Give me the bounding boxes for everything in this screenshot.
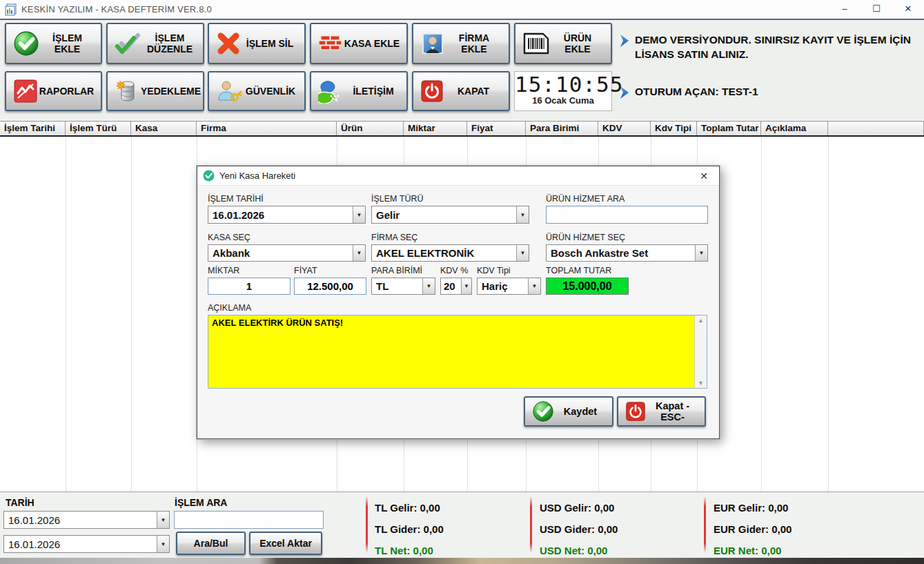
col-fiyat[interactable]: Fiyat xyxy=(467,121,526,135)
firma-sec-select[interactable]: AKEL ELEKTRONİK ▼ xyxy=(371,244,529,262)
col-aciklama[interactable]: Açıklama xyxy=(761,121,828,135)
para-birimi-select[interactable]: TL ▼ xyxy=(371,278,435,295)
tarih-label: TARİH xyxy=(6,497,35,508)
chevron-down-icon[interactable]: ▼ xyxy=(157,512,169,528)
chevron-down-icon[interactable]: ▼ xyxy=(695,245,707,261)
kaydet-button[interactable]: Kaydet xyxy=(524,396,613,427)
usd-net: USD Net: 0,00 xyxy=(540,545,607,556)
usd-gider: USD Gider: 0,00 xyxy=(540,523,618,535)
field-label: KASA SEÇ xyxy=(208,233,366,242)
excel-aktar-button[interactable]: Excel Aktar xyxy=(249,532,322,555)
kapat-button[interactable]: KAPAT xyxy=(412,71,510,111)
ara-bul-button[interactable]: Ara/Bul xyxy=(176,532,246,555)
firma-ekle-button[interactable]: FİRMA EKLE xyxy=(412,23,510,64)
demo-notice-text: DEMO VERSİYONDUR. SINIRSIZ KAYIT VE İŞLE… xyxy=(635,32,916,61)
chevron-down-icon[interactable]: ▼ xyxy=(516,245,529,261)
chevron-down-icon[interactable]: ▼ xyxy=(353,206,365,223)
dialog-title: Yeni Kasa Hareketi xyxy=(219,171,295,181)
miktar-input[interactable] xyxy=(208,278,291,295)
field-value: 16.01.2026 xyxy=(208,209,353,221)
eur-gelir: EUR Gelir: 0,00 xyxy=(714,502,788,514)
grid-line xyxy=(761,137,762,492)
grid-line xyxy=(131,137,132,492)
fiyat-input[interactable] xyxy=(294,278,366,295)
close-button[interactable]: ✕ xyxy=(892,0,924,17)
chevron-down-icon[interactable]: ▼ xyxy=(157,536,169,552)
kdv-field: KDV % 20 ▼ xyxy=(440,266,472,295)
tl-net: TL Net: 0,00 xyxy=(375,545,433,556)
button-label: KAPAT xyxy=(444,86,509,97)
kdv-select[interactable]: 20 ▼ xyxy=(440,278,472,295)
aciklama-text[interactable]: AKEL ELEKTİRK ÜRÜN SATIŞ! xyxy=(208,315,695,388)
yedekleme-button[interactable]: YEDEKLEME xyxy=(106,71,204,111)
chevron-down-icon[interactable]: ▼ xyxy=(353,245,365,261)
button-label: GÜVENLİK xyxy=(242,86,304,97)
col-firma[interactable]: Firma xyxy=(197,121,337,135)
iletisim-button[interactable]: İLETİŞİM xyxy=(310,71,408,111)
barcode-icon xyxy=(522,32,550,55)
tl-gider: TL Gider: 0,00 xyxy=(375,523,444,535)
clock-date: 16 Ocak Cuma xyxy=(515,95,611,106)
button-label: RAPORLAR xyxy=(38,86,101,97)
button-label: FİRMA EKLE xyxy=(445,32,509,55)
chevron-down-icon[interactable]: ▼ xyxy=(528,278,540,294)
button-label: Excel Aktar xyxy=(250,538,321,549)
col-miktar[interactable]: Miktar xyxy=(404,121,467,135)
dialog-titlebar: Yeni Kasa Hareketi ✕ xyxy=(197,166,719,186)
kdv-tipi-select[interactable]: Hariç ▼ xyxy=(477,278,541,295)
kdv-tipi-field: KDV Tipi Hariç ▼ xyxy=(477,266,541,295)
eur-net: EUR Net: 0,00 xyxy=(714,545,781,556)
date-from-select[interactable]: 16.01.2026 ▼ xyxy=(3,511,170,529)
button-label: ÜRÜN EKLE xyxy=(550,32,611,55)
field-value: Gelir xyxy=(372,209,516,221)
maximize-button[interactable]: ☐ xyxy=(861,0,892,17)
islem-sil-button[interactable]: İŞLEM SİL xyxy=(208,23,306,64)
col-urun[interactable]: Ürün xyxy=(337,121,404,135)
check-circle-icon xyxy=(532,400,554,422)
toplam-tutar-value: 15.000,00 xyxy=(546,278,629,295)
minimize-button[interactable]: – xyxy=(829,0,861,17)
raporlar-button[interactable]: RAPORLAR xyxy=(5,71,102,111)
field-label: ÜRÜN HİZMET ARA xyxy=(546,194,708,204)
scroll-down-icon[interactable]: ▼ xyxy=(695,378,707,388)
field-label: AÇIKLAMA xyxy=(208,303,707,313)
chevron-down-icon[interactable]: ▼ xyxy=(516,206,529,223)
col-filler xyxy=(828,121,924,135)
kasa-sec-select[interactable]: Akbank ▼ xyxy=(208,244,366,262)
scroll-up-icon[interactable]: ▲ xyxy=(695,315,707,325)
button-label: İŞLEM SİL xyxy=(241,38,304,49)
col-kdv-tipi[interactable]: Kdv Tipi xyxy=(651,121,697,135)
urun-hizmet-sec-select[interactable]: Bosch Ankastre Set ▼ xyxy=(546,244,708,262)
date-to-select[interactable]: 16.01.2026 ▼ xyxy=(3,535,170,553)
field-label: FİYAT xyxy=(294,266,366,275)
usd-gelir: USD Gelir: 0,00 xyxy=(540,502,614,514)
islem-ekle-button[interactable]: İŞLEM EKLE xyxy=(5,23,102,64)
kapat-esc-button[interactable]: Kapat -ESC- xyxy=(617,396,706,427)
aciklama-textarea[interactable]: AKEL ELEKTİRK ÜRÜN SATIŞ! ▲ ▼ xyxy=(208,315,707,389)
urun-hizmet-ara-input[interactable] xyxy=(546,206,708,224)
islem-tarihi-field: İŞLEM TARİHİ 16.01.2026 ▼ xyxy=(208,194,366,224)
col-toplam-tutar[interactable]: Toplam Tutar xyxy=(697,121,761,135)
islem-turu-field: İŞLEM TÜRÜ Gelir ▼ xyxy=(371,194,529,224)
islem-duzenle-button[interactable]: İŞLEM DÜZENLE xyxy=(106,23,204,64)
chevron-down-icon[interactable]: ▼ xyxy=(422,278,435,294)
islem-tarihi-select[interactable]: 16.01.2026 ▼ xyxy=(208,206,366,224)
field-label: İŞLEM TARİHİ xyxy=(208,194,366,204)
col-para-birimi[interactable]: Para Birimi xyxy=(526,121,598,135)
chevron-down-icon[interactable]: ▼ xyxy=(461,278,471,294)
fiyat-field: FİYAT xyxy=(294,266,366,295)
col-kasa[interactable]: Kasa xyxy=(131,121,197,135)
col-kdv[interactable]: KDV xyxy=(598,121,651,135)
urun-ekle-button[interactable]: ÜRÜN EKLE xyxy=(514,23,612,64)
islem-turu-select[interactable]: Gelir ▼ xyxy=(371,206,529,224)
scrollbar[interactable]: ▲ ▼ xyxy=(694,315,707,388)
field-value: Akbank xyxy=(208,247,353,259)
guvenlik-button[interactable]: GÜVENLİK xyxy=(208,71,306,111)
dialog-close-button[interactable]: ✕ xyxy=(696,169,712,183)
kasa-ekle-button[interactable]: KASA EKLE xyxy=(310,23,408,64)
col-islem-tarihi[interactable]: İşlem Tarihi xyxy=(0,121,66,135)
col-islem-turu[interactable]: İşlem Türü xyxy=(66,121,131,135)
grid-line xyxy=(66,137,66,492)
islem-ara-input[interactable] xyxy=(174,511,324,529)
session-notice: OTURUM AÇAN: TEST-1 xyxy=(620,84,916,99)
